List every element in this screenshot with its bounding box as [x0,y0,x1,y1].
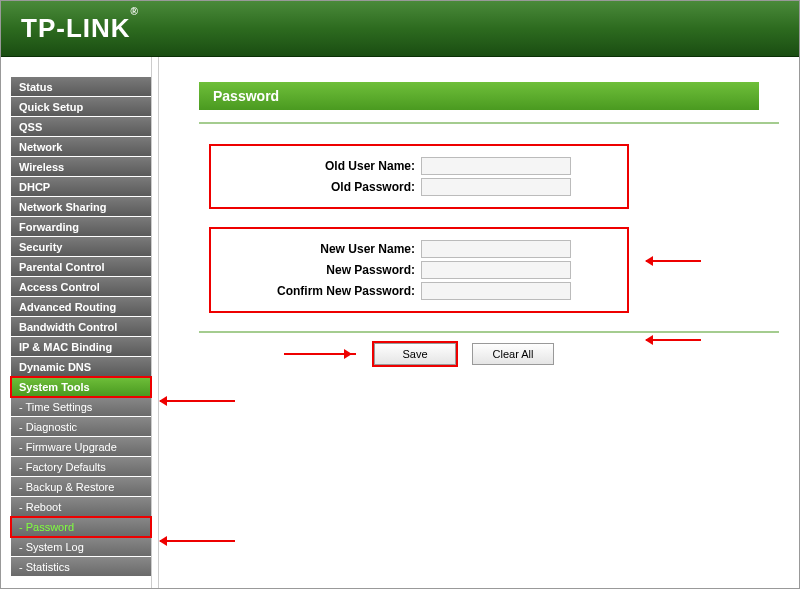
confirm-pass-input[interactable] [421,282,571,300]
new-credentials-group: New User Name: New Password: Confirm New… [209,227,629,313]
nav-diagnostic[interactable]: - Diagnostic [11,417,151,437]
nav-advanced-routing[interactable]: Advanced Routing [11,297,151,317]
divider-line-2 [199,331,779,333]
nav-wireless[interactable]: Wireless [11,157,151,177]
nav-network[interactable]: Network [11,137,151,157]
old-user-label: Old User Name: [221,159,421,173]
nav-reboot[interactable]: - Reboot [11,497,151,517]
clear-all-button[interactable]: Clear All [472,343,554,365]
annotation-arrow-icon [160,400,235,402]
nav-parental-control[interactable]: Parental Control [11,257,151,277]
nav-time-settings[interactable]: - Time Settings [11,397,151,417]
divider [151,57,159,588]
new-pass-label: New Password: [221,263,421,277]
confirm-pass-label: Confirm New Password: [221,284,421,298]
nav-factory-defaults[interactable]: - Factory Defaults [11,457,151,477]
annotation-arrow-icon [284,353,356,355]
divider-line [199,122,779,124]
nav-status[interactable]: Status [11,77,151,97]
annotation-arrow-icon [160,540,235,542]
old-user-input[interactable] [421,157,571,175]
nav-dynamic-dns[interactable]: Dynamic DNS [11,357,151,377]
old-pass-input[interactable] [421,178,571,196]
nav-statistics[interactable]: - Statistics [11,557,151,577]
sidebar: Status Quick Setup QSS Network Wireless … [1,57,151,588]
header: TP-LINK® [1,1,799,57]
nav-dhcp[interactable]: DHCP [11,177,151,197]
nav-backup-restore[interactable]: - Backup & Restore [11,477,151,497]
nav-bandwidth-control[interactable]: Bandwidth Control [11,317,151,337]
nav-list: Status Quick Setup QSS Network Wireless … [11,77,151,577]
new-user-input[interactable] [421,240,571,258]
new-pass-input[interactable] [421,261,571,279]
nav-access-control[interactable]: Access Control [11,277,151,297]
old-credentials-group: Old User Name: Old Password: [209,144,629,209]
annotation-arrow-icon [646,260,701,262]
page-title: Password [199,82,759,110]
annotation-arrow-icon [646,339,701,341]
old-pass-label: Old Password: [221,180,421,194]
nav-system-tools[interactable]: System Tools [11,377,151,397]
nav-qss[interactable]: QSS [11,117,151,137]
nav-ip-mac-binding[interactable]: IP & MAC Binding [11,337,151,357]
nav-system-log[interactable]: - System Log [11,537,151,557]
save-button[interactable]: Save [374,343,456,365]
main-content: Password Old User Name: Old Password: Ne… [159,57,799,588]
button-row: Save Clear All [374,343,779,365]
nav-forwarding[interactable]: Forwarding [11,217,151,237]
new-user-label: New User Name: [221,242,421,256]
nav-quick-setup[interactable]: Quick Setup [11,97,151,117]
brand-logo: TP-LINK® [21,13,139,44]
nav-password[interactable]: - Password [11,517,151,537]
nav-network-sharing[interactable]: Network Sharing [11,197,151,217]
nav-firmware-upgrade[interactable]: - Firmware Upgrade [11,437,151,457]
nav-security[interactable]: Security [11,237,151,257]
